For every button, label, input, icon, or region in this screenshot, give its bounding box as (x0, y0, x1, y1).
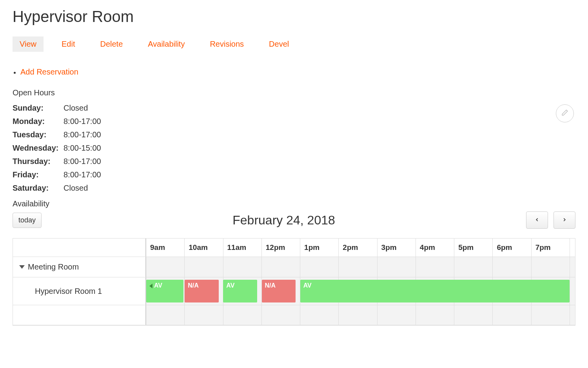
next-button[interactable] (554, 211, 575, 229)
scroll-sliver (570, 239, 575, 257)
prev-button[interactable] (526, 211, 548, 229)
hours-value: 8:00-17:00 (64, 115, 101, 128)
event-label: AV (154, 282, 162, 289)
group-label-cell[interactable]: Meeting Room (13, 257, 146, 277)
scheduler-corner (13, 239, 146, 257)
event-available[interactable]: AV (146, 280, 183, 302)
event-label: N/A (188, 282, 199, 289)
hours-day: Monday: (13, 115, 64, 128)
time-header: 7pm (531, 239, 570, 257)
event-label: N/A (265, 282, 276, 289)
hours-value: 8:00-17:00 (64, 128, 101, 141)
scheduler-header-row: 9am 10am 11am 12pm 1pm 2pm 3pm 4pm 5pm 6… (13, 239, 575, 257)
hours-day: Tuesday: (13, 128, 64, 141)
event-unavailable[interactable]: N/A (185, 280, 218, 302)
time-header: 6pm (492, 239, 531, 257)
time-header: 1pm (300, 239, 338, 257)
hours-row: Saturday: Closed (13, 181, 575, 195)
empty-time-area (146, 305, 570, 325)
hours-day: Sunday: (13, 101, 64, 115)
hours-day: Saturday: (13, 181, 64, 195)
edit-button[interactable] (556, 104, 574, 122)
time-header: 5pm (454, 239, 492, 257)
group-time-area (146, 257, 570, 277)
hours-row: Thursday: 8:00-17:00 (13, 155, 575, 168)
pencil-icon (561, 109, 568, 118)
empty-label-cell (13, 305, 146, 325)
event-unavailable[interactable]: N/A (262, 280, 296, 302)
event-label: AV (303, 282, 312, 289)
add-reservation-link[interactable]: Add Reservation (20, 67, 78, 76)
group-label: Meeting Room (28, 262, 79, 271)
events-overlay: AV N/A AV N/A AV (146, 280, 570, 302)
tab-edit[interactable]: Edit (54, 36, 82, 52)
time-header: 11am (223, 239, 261, 257)
resource-row: Hypervisor Room 1 AV N/A AV N/A AV (13, 277, 575, 305)
today-button[interactable]: today (13, 213, 42, 228)
hours-day: Friday: (13, 168, 64, 181)
hours-value: Closed (64, 101, 88, 115)
resource-label-cell[interactable]: Hypervisor Room 1 (13, 277, 146, 305)
time-header: 2pm (338, 239, 377, 257)
time-header: 9am (146, 239, 184, 257)
event-available[interactable]: AV (300, 280, 570, 302)
hours-value: 8:00-15:00 (64, 141, 101, 155)
open-hours-table: Sunday: Closed Monday: 8:00-17:00 Tuesda… (13, 101, 575, 195)
time-header-area: 9am 10am 11am 12pm 1pm 2pm 3pm 4pm 5pm 6… (146, 239, 570, 257)
time-header: 10am (184, 239, 223, 257)
collapse-toggle-icon (19, 265, 25, 269)
hours-value: 8:00-17:00 (64, 155, 101, 168)
time-header: 4pm (416, 239, 454, 257)
hours-value: Closed (64, 181, 88, 195)
hours-row: Monday: 8:00-17:00 (13, 115, 575, 128)
page-title: Hypervisor Room (13, 8, 575, 26)
event-label: AV (226, 282, 234, 289)
tab-availability[interactable]: Availability (141, 36, 192, 52)
action-list: Add Reservation (13, 67, 575, 77)
hours-row: Friday: 8:00-17:00 (13, 168, 575, 181)
event-available[interactable]: AV (223, 280, 257, 302)
tab-revisions[interactable]: Revisions (203, 36, 251, 52)
empty-row (13, 305, 575, 325)
hours-row: Sunday: Closed (13, 101, 575, 115)
hours-row: Tuesday: 8:00-17:00 (13, 128, 575, 141)
calendar-date: February 24, 2018 (42, 213, 526, 228)
hours-day: Wednesday: (13, 141, 64, 155)
chevron-left-icon (534, 216, 540, 224)
availability-label: Availability (13, 199, 575, 208)
resource-time-area[interactable]: AV N/A AV N/A AV (146, 277, 570, 305)
continues-left-icon (149, 284, 152, 288)
tab-devel[interactable]: Devel (262, 36, 296, 52)
nav-buttons (526, 211, 575, 229)
tab-delete[interactable]: Delete (93, 36, 130, 52)
group-row: Meeting Room (13, 257, 575, 277)
open-hours-title: Open Hours (13, 88, 575, 97)
time-header: 12pm (261, 239, 300, 257)
tabs: View Edit Delete Availability Revisions … (13, 36, 575, 52)
hours-row: Wednesday: 8:00-15:00 (13, 141, 575, 155)
hours-value: 8:00-17:00 (64, 168, 101, 181)
time-header: 3pm (377, 239, 416, 257)
scheduler: 9am 10am 11am 12pm 1pm 2pm 3pm 4pm 5pm 6… (13, 238, 575, 326)
tab-view[interactable]: View (13, 36, 44, 52)
calendar-header: today February 24, 2018 (13, 211, 575, 229)
hours-day: Thursday: (13, 155, 64, 168)
chevron-right-icon (562, 216, 567, 224)
resource-label: Hypervisor Room 1 (35, 287, 102, 296)
